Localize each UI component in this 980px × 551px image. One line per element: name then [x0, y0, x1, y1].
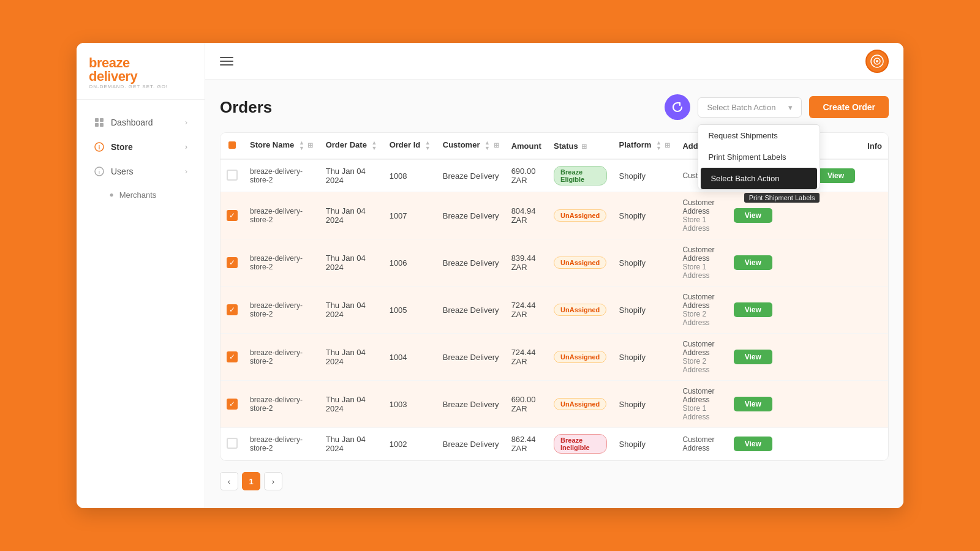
header-checkbox[interactable] — [228, 141, 236, 149]
svg-rect-2 — [95, 123, 99, 127]
users-icon: i — [94, 166, 105, 177]
sidebar-item-users[interactable]: i Users › — [81, 160, 200, 183]
col-platform[interactable]: Platform ▲▼ ⊞ — [613, 133, 677, 159]
sidebar-item-dashboard[interactable]: Dashboard › — [81, 111, 200, 134]
status-cell-3: UnAssigned — [548, 287, 613, 334]
page-header: Orders Select Batch Action ▾ — [220, 94, 889, 120]
platform-cell-0: Shopify — [613, 159, 677, 192]
create-order-button[interactable]: Create Order — [809, 96, 889, 118]
amount-cell-5: 690.00 ZAR — [505, 381, 548, 428]
platform-cell-3: Shopify — [613, 287, 677, 334]
checkbox-unchecked-6[interactable] — [227, 438, 238, 449]
col-status[interactable]: Status ⊞ — [548, 133, 613, 159]
col-store-name[interactable]: Store Name ▲▼ ⊞ — [244, 133, 320, 159]
view-button-0[interactable]: View — [816, 168, 855, 183]
batch-select-trigger[interactable]: Select Batch Action ▾ — [698, 97, 802, 118]
table-row: breaze-delivery-store-2 Thu Jan 04 2024 … — [221, 428, 888, 460]
address-td-1: Customer AddressStore 1 Address — [676, 192, 727, 239]
table-row: ✓ breaze-delivery-store-2 Thu Jan 04 202… — [221, 239, 888, 287]
sort-platform: ▲▼ — [656, 140, 662, 151]
order-date-cell-3: Thu Jan 04 2024 — [320, 287, 383, 334]
info-cell-2 — [861, 239, 888, 287]
refresh-button[interactable] — [665, 94, 690, 120]
logo-tagline: ON-DEMAND. GET SET. GO! — [89, 84, 192, 89]
sort-store-name: ▲▼ — [299, 140, 304, 151]
checkbox-checked-4[interactable]: ✓ — [227, 351, 238, 362]
chevron-icon-users: › — [185, 167, 187, 176]
checkbox-checked-2[interactable]: ✓ — [227, 257, 238, 268]
col-info: Info — [861, 133, 888, 159]
address-cell-3: Customer Address — [682, 293, 721, 310]
view-button-6[interactable]: View — [734, 437, 772, 451]
page-title: Orders — [220, 98, 272, 117]
checkbox-checked-1[interactable]: ✓ — [227, 210, 238, 221]
svg-text:i: i — [99, 169, 100, 175]
view-button-4[interactable]: View — [734, 350, 772, 364]
view-button-3[interactable]: View — [734, 302, 772, 317]
order-id-cell-2: 1006 — [383, 239, 437, 287]
svg-text:i: i — [99, 144, 100, 151]
address-td-6: Customer Address — [676, 428, 727, 460]
sidebar-label-dashboard: Dashboard — [111, 118, 153, 127]
action-cell-6: View — [728, 428, 862, 460]
view-button-5[interactable]: View — [734, 397, 772, 411]
order-date-cell-5: Thu Jan 04 2024 — [320, 381, 383, 428]
action-cell-3: View — [728, 287, 862, 334]
address-cell-5: Customer Address — [682, 387, 721, 404]
logo-line2: delivery — [89, 70, 192, 83]
col-order-id[interactable]: Order Id ▲▼ — [383, 133, 437, 159]
logo: breaze delivery ON-DEMAND. GET SET. GO! — [77, 43, 205, 100]
store-name-cell-4: breaze-delivery-store-2 — [244, 334, 320, 381]
sidebar-item-store[interactable]: i Store › — [81, 135, 200, 159]
batch-option-select[interactable]: Select Batch Action — [701, 168, 817, 189]
col-order-date[interactable]: Order Date ▲▼ — [320, 133, 383, 159]
order-date-cell-2: Thu Jan 04 2024 — [320, 239, 383, 287]
view-button-1[interactable]: View — [734, 208, 772, 223]
order-date-cell-6: Thu Jan 04 2024 — [320, 428, 383, 460]
sidebar-item-merchants[interactable]: ● Merchants — [77, 184, 205, 205]
checkbox-unchecked-0[interactable] — [227, 170, 238, 181]
status-cell-1: UnAssigned — [548, 192, 613, 239]
sidebar: breaze delivery ON-DEMAND. GET SET. GO! — [77, 43, 205, 508]
avatar[interactable] — [865, 50, 889, 73]
status-badge-6: Breaze Ineligible — [554, 434, 607, 454]
status-cell-2: UnAssigned — [548, 239, 613, 287]
svg-rect-0 — [95, 118, 99, 122]
batch-option-print-labels[interactable]: Print Shipment Labels — [698, 146, 820, 168]
address-td-4: Customer AddressStore 2 Address — [676, 334, 727, 381]
action-cell-5: View — [728, 381, 862, 428]
page-1-button[interactable]: 1 — [242, 472, 260, 490]
platform-cell-4: Shopify — [613, 334, 677, 381]
customer-cell-2: Breaze Delivery — [437, 239, 505, 287]
col-customer[interactable]: Customer ▲▼ ⊞ — [437, 133, 505, 159]
status-badge-1: UnAssigned — [554, 209, 606, 222]
order-date-cell-1: Thu Jan 04 2024 — [320, 192, 383, 239]
status-cell-0: Breaze Eligible — [548, 159, 613, 192]
col-amount[interactable]: Amount — [505, 133, 548, 159]
main-content: Orders Select Batch Action ▾ — [205, 43, 903, 508]
chevron-icon-store: › — [185, 143, 187, 151]
customer-cell-5: Breaze Delivery — [437, 381, 505, 428]
prev-page-button[interactable]: ‹ — [220, 472, 238, 490]
customer-cell-3: Breaze Delivery — [437, 287, 505, 334]
batch-option-request-shipments[interactable]: Request Shipments — [698, 125, 820, 146]
store-icon: i — [94, 141, 105, 152]
checkbox-checked-3[interactable]: ✓ — [227, 304, 238, 315]
address-cell-4: Customer Address — [682, 340, 721, 357]
customer-cell-1: Breaze Delivery — [437, 192, 505, 239]
table-row: ✓ breaze-delivery-store-2 Thu Jan 04 202… — [221, 381, 888, 428]
sort-order-id: ▲▼ — [425, 140, 431, 151]
svg-rect-3 — [100, 123, 104, 127]
filter-platform: ⊞ — [665, 141, 670, 149]
view-button-2[interactable]: View — [734, 255, 772, 270]
filter-customer: ⊞ — [494, 141, 499, 149]
checkbox-cell-4: ✓ — [221, 334, 244, 381]
checkbox-cell-2: ✓ — [221, 239, 244, 287]
checkbox-checked-5[interactable]: ✓ — [227, 399, 238, 410]
amount-cell-4: 724.44 ZAR — [505, 334, 548, 381]
sidebar-label-users: Users — [111, 167, 134, 176]
next-page-button[interactable]: › — [264, 472, 282, 490]
amount-cell-2: 839.44 ZAR — [505, 239, 548, 287]
hamburger-button[interactable] — [220, 57, 233, 66]
sort-order-date: ▲▼ — [372, 140, 377, 151]
